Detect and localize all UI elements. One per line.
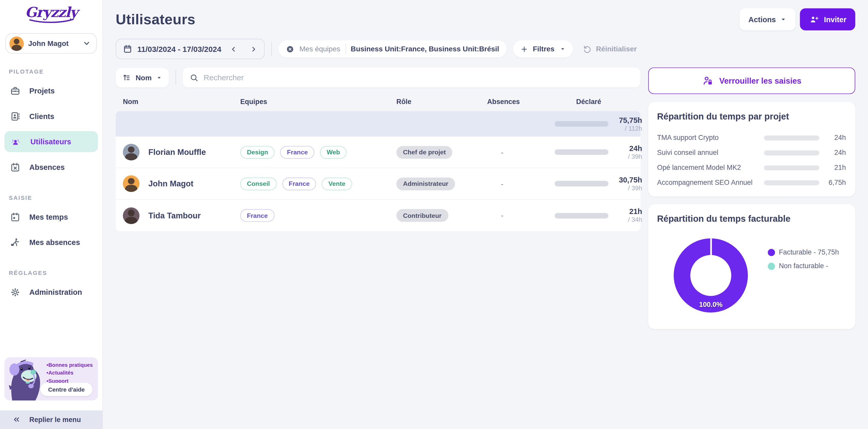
project-name: Suivi conseil annuel <box>657 149 764 157</box>
role-badge: Administrateur <box>396 177 455 190</box>
declared-progress-bar <box>555 181 609 186</box>
col-header-role: Rôle <box>396 98 487 106</box>
section-saisie: SAISIE <box>9 194 102 201</box>
avatar <box>9 36 24 51</box>
team-tag: Conseil <box>240 177 276 190</box>
help-center-button[interactable]: Centre d'aide <box>40 383 92 396</box>
actions-button[interactable]: Actions <box>740 8 796 30</box>
col-header-nom: Nom <box>123 98 240 106</box>
lock-entries-label: Verrouiller les saisies <box>719 76 801 85</box>
search-icon <box>189 73 199 82</box>
calendar-x-icon <box>10 162 21 172</box>
plus-icon <box>520 45 528 53</box>
chevron-right-icon[interactable] <box>250 45 257 53</box>
declared-hours: 21h <box>613 207 642 216</box>
avatar <box>123 144 140 160</box>
traveler-icon <box>10 237 21 248</box>
declared-hours: 30,75h <box>613 175 642 184</box>
reset-filters-label: Réinitialiser <box>596 45 637 53</box>
help-link-bonnes-pratiques[interactable]: •Bonnes pratiques <box>46 361 93 369</box>
avatar <box>123 175 140 192</box>
user-switcher[interactable]: John Magot <box>5 33 97 54</box>
list-toolbar: Nom <box>116 67 641 87</box>
sidebar-item-mes-absences[interactable]: Mes absences <box>4 232 98 253</box>
user-row-name: John Magot <box>148 179 193 188</box>
sidebar-item-mes-temps[interactable]: Mes temps <box>4 206 98 227</box>
sort-button[interactable]: Nom <box>116 68 169 87</box>
main-content: Utilisateurs Actions Inviter <box>103 0 868 429</box>
total-capacity-hours: / 112h <box>613 124 642 132</box>
project-bar <box>764 180 819 185</box>
avatar <box>123 207 140 224</box>
absences-value: - <box>487 179 555 188</box>
add-filter-chip[interactable]: Filtres <box>513 40 572 57</box>
teams-filter-value: Business Unit:France, Business Unit:Brés… <box>351 45 499 53</box>
teams-filter-chip[interactable]: Mes équipes Business Unit:France, Busine… <box>278 40 506 57</box>
collapse-menu-button[interactable]: Replier le menu <box>0 410 102 429</box>
total-progress-bar <box>555 121 609 127</box>
legend-item-non-facturable: Non facturable - <box>768 262 839 270</box>
project-time-card: Répartition du temps par projet TMA supp… <box>648 102 855 196</box>
billable-time-title: Répartition du temps facturable <box>657 214 846 224</box>
date-range-picker[interactable]: 11/03/2024 - 17/03/2024 <box>116 39 265 59</box>
gear-icon <box>10 287 21 297</box>
project-bar <box>764 165 819 170</box>
briefcase-icon <box>10 86 21 96</box>
team-tag: Web <box>320 146 347 159</box>
section-reglages: RÉGLAGES <box>9 269 102 276</box>
declared-progress-bar <box>555 150 609 155</box>
declared-progress-bar <box>555 213 609 218</box>
sidebar-item-projets[interactable]: Projets <box>4 80 98 101</box>
project-row: TMA support Crypto 24h <box>657 134 846 142</box>
sidebar-item-administration[interactable]: Administration <box>4 282 98 302</box>
role-badge: Chef de projet <box>396 146 452 159</box>
page-header: Utilisateurs Actions Inviter <box>116 8 855 30</box>
lock-entries-button[interactable]: Verrouiller les saisies <box>648 67 855 94</box>
project-name: Opé lancement Model MK2 <box>657 164 764 171</box>
contact-card-icon <box>10 111 21 122</box>
logo-text: Gryzzly <box>25 4 77 21</box>
col-header-absences: Absences <box>487 98 555 106</box>
chevron-down-icon <box>83 39 91 47</box>
reset-filters-button[interactable]: Réinitialiser <box>583 45 637 54</box>
project-row: Suivi conseil annuel 24h <box>657 149 846 157</box>
project-name: Accompagnement SEO Annuel <box>657 178 764 186</box>
search-input[interactable] <box>204 73 634 82</box>
remove-filter-icon[interactable] <box>285 45 294 54</box>
team-tag: France <box>240 209 274 222</box>
project-row: Accompagnement SEO Annuel 6,75h <box>657 178 846 186</box>
help-links: •Bonnes pratiques •Actualités •Support <box>46 361 93 385</box>
page-title: Utilisateurs <box>116 11 195 28</box>
team-tag: France <box>280 146 314 159</box>
sidebar-item-clients[interactable]: Clients <box>4 106 98 127</box>
legend-dot <box>768 249 775 256</box>
project-bar <box>764 150 819 155</box>
filter-bar: 11/03/2024 - 17/03/2024 Mes équipes <box>116 39 855 59</box>
absences-value: - <box>487 148 555 156</box>
chevron-left-icon[interactable] <box>230 45 238 53</box>
user-row-tida-tambour[interactable]: Tida Tambour France Contributeur - 21h /… <box>116 200 641 231</box>
sidebar-item-label: Mes temps <box>29 213 68 221</box>
sidebar-item-utilisateurs[interactable]: Utilisateurs <box>4 131 98 152</box>
user-row-john-magot[interactable]: John Magot Conseil France Vente Administ… <box>116 168 641 200</box>
capacity-hours: / 34h <box>613 216 642 224</box>
declared-hours: 24h <box>613 144 642 152</box>
divider <box>345 44 346 54</box>
donut-chart: 100.0% <box>674 238 748 312</box>
team-tag: France <box>282 177 316 190</box>
project-bar <box>764 135 819 140</box>
donut-percentage-label: 100.0% <box>674 301 748 309</box>
legend-label: Non facturable - <box>779 262 828 270</box>
sidebar-item-label: Absences <box>29 163 65 171</box>
user-plus-icon <box>809 15 820 24</box>
sidebar-item-absences[interactable]: Absences <box>4 157 98 177</box>
project-hours: 6,75h <box>819 178 846 186</box>
divider <box>271 42 272 56</box>
project-hours: 21h <box>819 164 846 171</box>
user-row-florian-mouffle[interactable]: Florian Mouffle Design France Web Chef d… <box>116 137 641 168</box>
capacity-hours: / 39h <box>613 184 642 192</box>
invite-button[interactable]: Inviter <box>800 8 855 30</box>
app: Gryzzly John Magot PILOTAGE Projets <box>0 0 868 429</box>
help-link-actualites[interactable]: •Actualités <box>46 369 93 377</box>
double-chevron-left-icon <box>12 416 21 424</box>
